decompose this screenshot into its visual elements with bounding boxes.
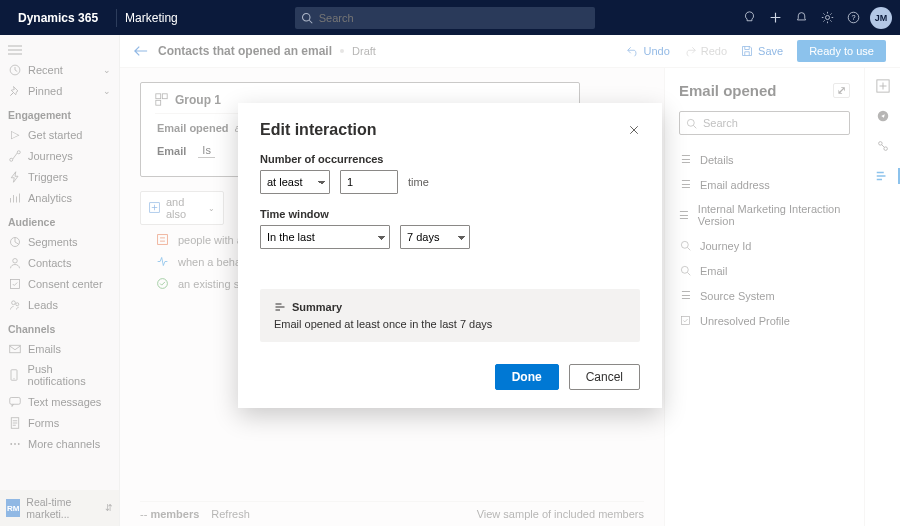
search-icon — [301, 12, 313, 24]
close-icon[interactable] — [628, 124, 640, 136]
occurrences-label: Number of occurrences — [260, 153, 640, 165]
user-avatar[interactable]: JM — [870, 7, 892, 29]
occurrences-unit: time — [408, 176, 429, 188]
summary-icon — [274, 301, 286, 313]
cancel-button[interactable]: Cancel — [569, 364, 640, 390]
svg-line-1 — [309, 20, 312, 23]
summary-text: Email opened at least once in the last 7… — [274, 318, 626, 330]
bell-icon[interactable] — [788, 5, 814, 31]
timewindow-operator[interactable]: In the last — [260, 225, 390, 249]
summary-title: Summary — [292, 301, 342, 313]
brand-divider — [116, 9, 117, 27]
top-bar: Dynamics 365 Marketing ? JM — [0, 0, 900, 35]
app-name: Marketing — [125, 11, 190, 25]
idea-icon[interactable] — [736, 5, 762, 31]
occurrences-operator[interactable]: at least — [260, 170, 330, 194]
global-search[interactable] — [295, 7, 595, 29]
svg-text:?: ? — [851, 13, 855, 22]
svg-point-0 — [302, 13, 310, 21]
gear-icon[interactable] — [814, 5, 840, 31]
occurrences-value[interactable] — [340, 170, 398, 194]
modal-title: Edit interaction — [260, 121, 376, 139]
svg-point-2 — [825, 15, 829, 19]
summary-box: Summary Email opened at least once in th… — [260, 289, 640, 342]
edit-interaction-modal: Edit interaction Number of occurrences a… — [238, 103, 662, 408]
done-button[interactable]: Done — [495, 364, 559, 390]
global-search-input[interactable] — [319, 12, 589, 24]
help-icon[interactable]: ? — [840, 5, 866, 31]
timewindow-value[interactable]: 7 days — [400, 225, 470, 249]
add-icon[interactable] — [762, 5, 788, 31]
brand: Dynamics 365 — [8, 11, 108, 25]
timewindow-label: Time window — [260, 208, 640, 220]
